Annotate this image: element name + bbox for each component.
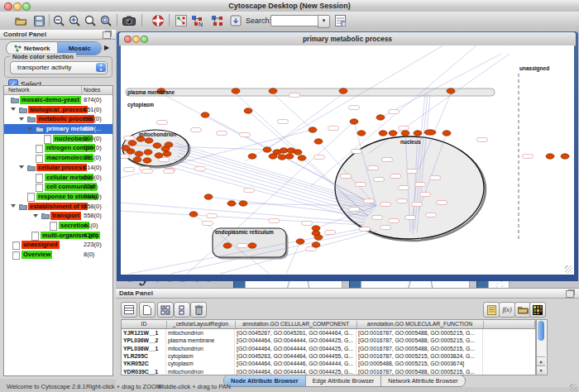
- gene-node[interactable]: [223, 243, 232, 248]
- expander-icon[interactable]: [19, 165, 24, 169]
- gene-node[interactable]: [143, 158, 151, 163]
- gene-label-node[interactable]: [407, 170, 418, 174]
- expander-icon[interactable]: [27, 127, 32, 131]
- table-cell[interactable]: [GO:0044464, GO:0044446, GO:0044444, G..…: [235, 360, 356, 367]
- gene-node[interactable]: [357, 131, 366, 136]
- gene-label-node[interactable]: [207, 214, 218, 218]
- gene-node[interactable]: [248, 154, 256, 159]
- gene-label-node[interactable]: [217, 131, 227, 136]
- close-button[interactable]: [4, 2, 12, 11]
- gene-label-node[interactable]: [278, 120, 289, 124]
- table-cell[interactable]: mitochondrion: [166, 329, 235, 337]
- tree-row-secretion[interactable]: secretion41(0): [4, 221, 112, 231]
- scrollbar-thumb[interactable]: [538, 321, 544, 341]
- gene-label-node[interactable]: [399, 127, 409, 131]
- gene-label-node[interactable]: [195, 167, 206, 171]
- gene-node[interactable]: [165, 142, 173, 147]
- gene-node[interactable]: [269, 154, 277, 159]
- tree-row-nitrogen-compo[interactable]: nitrogen compo209(0): [4, 143, 112, 153]
- gene-label-node[interactable]: [382, 158, 393, 162]
- gene-label-node[interactable]: [437, 201, 447, 205]
- table-row-YKR052C[interactable]: YKR052Ccytoplasm[GO:0044464, GO:0044446,…: [122, 360, 535, 367]
- gene-node[interactable]: [144, 150, 152, 155]
- column-header-cellular-component[interactable]: annotation.GO CELLULAR_COMPONENT: [235, 321, 357, 328]
- create-attribute-button[interactable]: [139, 302, 156, 318]
- gene-node[interactable]: [263, 147, 271, 152]
- help-ring-icon[interactable]: [151, 13, 165, 28]
- gene-node[interactable]: [443, 131, 451, 136]
- gene-label-node[interactable]: [430, 176, 441, 180]
- gene-node[interactable]: [201, 112, 209, 117]
- gene-node[interactable]: [414, 131, 422, 136]
- plasma-membrane-compartment[interactable]: [126, 88, 495, 96]
- expander-icon[interactable]: [19, 117, 24, 121]
- gene-node[interactable]: [239, 201, 247, 206]
- tree-row-metabolic-process[interactable]: metabolic process280(0): [4, 114, 112, 124]
- gene-node[interactable]: [153, 143, 161, 148]
- table-row-YPL036W__2[interactable]: YPL036W__2plasma membrane[GO:0044464, GO…: [122, 337, 535, 344]
- gene-label-node[interactable]: [364, 199, 375, 203]
- float-panel-icon[interactable]: [103, 31, 111, 39]
- gene-node[interactable]: [298, 155, 306, 160]
- gene-node[interactable]: [285, 154, 294, 159]
- gene-label-node[interactable]: [124, 168, 135, 172]
- table-cell[interactable]: YPL036W__1: [122, 345, 166, 352]
- table-cell[interactable]: [GO:0016787, GO:0005215, GO:0003824, G..…: [356, 352, 483, 360]
- table-cell[interactable]: cytoplasm: [166, 360, 235, 367]
- table-cell[interactable]: YKR052C: [122, 360, 166, 367]
- tree-row-unassigned[interactable]: unassigned223(0): [4, 240, 112, 250]
- gene-node[interactable]: [350, 119, 358, 124]
- zoom-in-icon[interactable]: [67, 13, 82, 28]
- expander-icon[interactable]: [11, 204, 16, 208]
- gene-label-node[interactable]: [360, 227, 371, 232]
- gene-label-node[interactable]: [290, 93, 300, 98]
- minimize-button[interactable]: [13, 2, 22, 11]
- gene-node[interactable]: [312, 242, 320, 247]
- gene-node[interactable]: [163, 151, 171, 156]
- table-cell[interactable]: YDR039C__1: [122, 368, 166, 375]
- gene-label-node[interactable]: [352, 150, 362, 154]
- window-resize-grip[interactable]: [565, 265, 572, 273]
- table-cell[interactable]: [GO:0044464, GO:0044444, GO:0044425, G..…: [235, 337, 356, 344]
- gene-node[interactable]: [133, 157, 141, 162]
- gene-label-node[interactable]: [397, 199, 408, 203]
- gene-label-node[interactable]: [368, 166, 379, 170]
- gene-label-node[interactable]: [157, 121, 168, 125]
- gene-node[interactable]: [296, 239, 304, 244]
- zoom-out-icon[interactable]: [51, 13, 66, 28]
- table-row-YLR295C[interactable]: YLR295Ccytoplasm[GO:0045263, GO:0044464,…: [122, 352, 535, 360]
- table-cell[interactable]: YPL036W__2: [122, 337, 166, 344]
- gene-node[interactable]: [128, 141, 136, 146]
- tree-row-multi-organism-pro[interactable]: multi-organism pro42(0): [4, 231, 112, 241]
- table-scrollbar[interactable]: ▲ ▼: [536, 319, 548, 375]
- zoom-window-button[interactable]: [141, 36, 148, 43]
- node-color-dropdown[interactable]: transporter activity ▲▼: [10, 61, 108, 74]
- tree-row-mosaic-demo-yeast[interactable]: mosaic-demo-yeast874(0): [4, 95, 112, 105]
- gene-node[interactable]: [314, 235, 323, 240]
- expander-icon[interactable]: [11, 108, 16, 111]
- gene-label-node[interactable]: [415, 183, 426, 187]
- gene-node[interactable]: [280, 148, 288, 153]
- float-panel-icon[interactable]: [566, 290, 574, 298]
- gene-label-node[interactable]: [477, 138, 488, 142]
- save-icon[interactable]: [31, 13, 46, 28]
- gene-node[interactable]: [376, 115, 385, 120]
- gene-label-node[interactable]: [302, 222, 313, 226]
- zoom-window-button[interactable]: [22, 2, 31, 11]
- gene-node[interactable]: [294, 150, 302, 155]
- attribute-browser-icon[interactable]: [333, 13, 347, 28]
- gene-node[interactable]: [244, 108, 252, 113]
- gene-label-node[interactable]: [124, 136, 135, 141]
- gene-label-node[interactable]: [349, 208, 360, 212]
- tree-row-cellular-metabo[interactable]: cellular metabo209(0): [4, 173, 112, 183]
- gene-node[interactable]: [189, 212, 198, 217]
- gene-node[interactable]: [309, 127, 317, 132]
- search-dropdown-arrow-icon[interactable]: ▼: [318, 15, 330, 28]
- formula-builder-button[interactable]: f(x): [499, 302, 515, 318]
- table-cell[interactable]: mitochondrion: [166, 345, 235, 352]
- close-button[interactable]: [124, 36, 132, 43]
- gene-label-node[interactable]: [341, 174, 352, 179]
- gene-label-node[interactable]: [399, 186, 409, 190]
- tree-row-macromolecule[interactable]: macromolecule311(0): [4, 153, 112, 163]
- gene-label-node[interactable]: [380, 203, 391, 207]
